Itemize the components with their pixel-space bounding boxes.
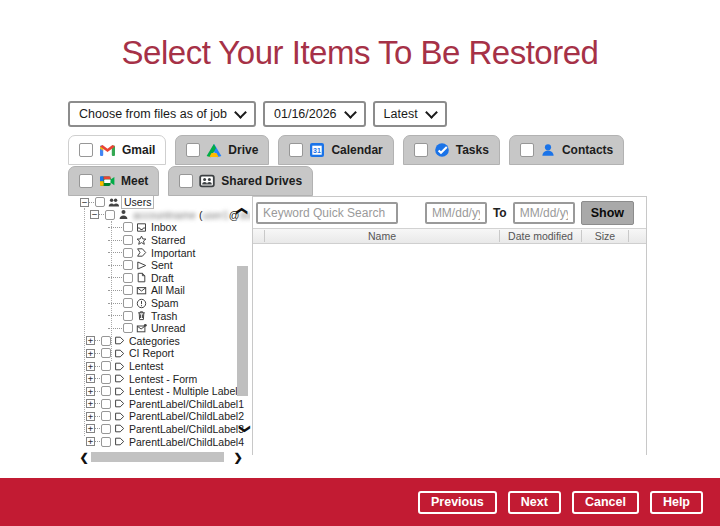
column-header-date-modified[interactable]: Date modified: [499, 230, 581, 242]
tab-tasks[interactable]: Tasks: [403, 135, 500, 165]
tree-node-checkbox[interactable]: [101, 348, 111, 358]
tree-node-parentlabel-childlabel3[interactable]: + ParentLabel/ChildLabel3: [78, 423, 250, 436]
expand-toggle-icon[interactable]: +: [86, 424, 95, 433]
tasks-checkbox[interactable]: [414, 143, 428, 157]
date-to-input[interactable]: [513, 202, 575, 224]
expand-toggle-icon[interactable]: +: [86, 399, 95, 408]
calendar-icon: 31: [309, 142, 325, 158]
calendar-checkbox[interactable]: [289, 143, 303, 157]
tab-gmail[interactable]: Gmail: [68, 135, 166, 165]
tree-node-checkbox[interactable]: [101, 336, 111, 346]
job-date-dropdown[interactable]: 01/16/2026: [263, 101, 366, 127]
column-header-name[interactable]: Name: [264, 230, 499, 242]
job-source-dropdown[interactable]: Choose from files as of job: [68, 101, 256, 127]
tree-node-checkbox[interactable]: [101, 399, 111, 409]
help-button[interactable]: Help: [650, 491, 703, 514]
job-version-dropdown[interactable]: Latest: [373, 101, 447, 127]
tree-node-spam[interactable]: Spam: [78, 297, 250, 310]
tree-node-checkbox[interactable]: [123, 235, 133, 245]
expand-toggle-icon[interactable]: +: [86, 362, 95, 371]
expand-toggle-icon[interactable]: +: [86, 437, 95, 446]
tree-node-parentlabel-childlabel1[interactable]: + ParentLabel/ChildLabel1: [78, 398, 250, 411]
scroll-up-icon[interactable]: ❮: [236, 204, 250, 219]
scroll-left-icon[interactable]: ❮: [78, 451, 90, 464]
tree-vertical-scrollbar[interactable]: ❮ ❮: [235, 204, 250, 436]
tree-node-checkbox[interactable]: [123, 222, 133, 232]
search-row: To Show: [253, 197, 646, 228]
users-checkbox[interactable]: [95, 197, 105, 207]
tree-node-ci-report[interactable]: + CI Report: [78, 347, 250, 360]
tree-node-all-mail[interactable]: All Mail: [78, 284, 250, 297]
tree-items: Inbox Starred Important Sent Draft All M…: [78, 221, 250, 448]
shared-drives-checkbox[interactable]: [179, 174, 193, 188]
tree-node-account[interactable]: − accountname (user1@domain: [78, 209, 250, 222]
drive-checkbox[interactable]: [186, 143, 200, 157]
collapse-toggle-icon[interactable]: −: [80, 198, 89, 207]
tree-horizontal-scrollbar[interactable]: ❮ ❯: [78, 451, 244, 464]
tree-node-checkbox[interactable]: [101, 374, 111, 384]
tree-node-checkbox[interactable]: [123, 260, 133, 270]
svg-text:31: 31: [313, 147, 321, 154]
tree-node-categories[interactable]: + Categories: [78, 335, 250, 348]
tree-node-checkbox[interactable]: [101, 424, 111, 434]
scroll-down-icon[interactable]: ❮: [236, 422, 250, 437]
tab-shared-drives[interactable]: Shared Drives: [168, 166, 313, 196]
contacts-checkbox[interactable]: [520, 143, 534, 157]
tree-node-checkbox[interactable]: [123, 273, 133, 283]
expand-toggle-icon[interactable]: +: [86, 412, 95, 421]
meet-checkbox[interactable]: [79, 174, 93, 188]
tab-drive[interactable]: Drive: [175, 135, 269, 165]
scroll-right-icon[interactable]: ❯: [232, 451, 244, 464]
cancel-button[interactable]: Cancel: [572, 491, 639, 514]
tree-node-lentest-multiple-label1[interactable]: + Lentest - Multiple Label1: [78, 385, 250, 398]
tree-node-label: ParentLabel/ChildLabel2: [127, 410, 246, 422]
expand-toggle-icon[interactable]: +: [86, 336, 95, 345]
tab-contacts[interactable]: Contacts: [509, 135, 624, 165]
tree-node-checkbox[interactable]: [123, 323, 133, 333]
tree-node-inbox[interactable]: Inbox: [78, 221, 250, 234]
tree-node-users[interactable]: − Users: [78, 196, 250, 209]
tree-node-parentlabel-childlabel2[interactable]: + ParentLabel/ChildLabel2: [78, 410, 250, 423]
results-table-body-empty: [253, 244, 646, 458]
tree-node-lentest-form[interactable]: + Lentest - Form: [78, 372, 250, 385]
tree-node-label: ParentLabel/ChildLabel4: [127, 436, 246, 448]
shared-drives-icon: [199, 173, 215, 189]
tree-node-trash[interactable]: Trash: [78, 309, 250, 322]
tree-node-checkbox[interactable]: [123, 285, 133, 295]
tree-node-checkbox[interactable]: [123, 298, 133, 308]
drive-icon: [206, 143, 222, 158]
tab-calendar[interactable]: 31 Calendar: [278, 135, 393, 165]
scrollbar-thumb[interactable]: [91, 452, 224, 462]
tree-node-important[interactable]: Important: [78, 246, 250, 259]
tree-node-checkbox[interactable]: [101, 386, 111, 396]
next-button[interactable]: Next: [508, 491, 561, 514]
tree-node-draft[interactable]: Draft: [78, 272, 250, 285]
tree-node-checkbox[interactable]: [101, 437, 111, 447]
previous-button[interactable]: Previous: [418, 491, 497, 514]
account-checkbox[interactable]: [105, 210, 115, 220]
tab-meet[interactable]: Meet: [68, 166, 159, 196]
account-label-redacted: accountname (user1@domain: [131, 209, 250, 221]
tree-node-checkbox[interactable]: [101, 361, 111, 371]
tree-node-unread[interactable]: Unread: [78, 322, 250, 335]
date-from-input[interactable]: [425, 202, 487, 224]
label-icon: [114, 411, 125, 422]
tree-node-starred[interactable]: Starred: [78, 234, 250, 247]
tree-node-checkbox[interactable]: [101, 411, 111, 421]
expand-toggle-icon[interactable]: +: [86, 374, 95, 383]
tree-node-checkbox[interactable]: [123, 248, 133, 258]
keyword-search-input[interactable]: [256, 202, 398, 224]
expand-toggle-icon[interactable]: +: [86, 349, 95, 358]
tree-node-sent[interactable]: Sent: [78, 259, 250, 272]
tree-node-label: All Mail: [149, 284, 187, 296]
gmail-checkbox[interactable]: [79, 143, 93, 157]
show-button[interactable]: Show: [581, 201, 634, 225]
column-header-size[interactable]: Size: [581, 230, 628, 242]
tree-node-lentest[interactable]: + Lentest: [78, 360, 250, 373]
expand-toggle-icon[interactable]: +: [86, 387, 95, 396]
collapse-toggle-icon[interactable]: −: [90, 210, 99, 219]
tree-node-checkbox[interactable]: [123, 311, 133, 321]
tree-node-parentlabel-childlabel4[interactable]: + ParentLabel/ChildLabel4: [78, 435, 250, 448]
restore-wizard-page: Select Your Items To Be Restored Choose …: [0, 0, 720, 526]
scrollbar-thumb[interactable]: [237, 266, 248, 396]
